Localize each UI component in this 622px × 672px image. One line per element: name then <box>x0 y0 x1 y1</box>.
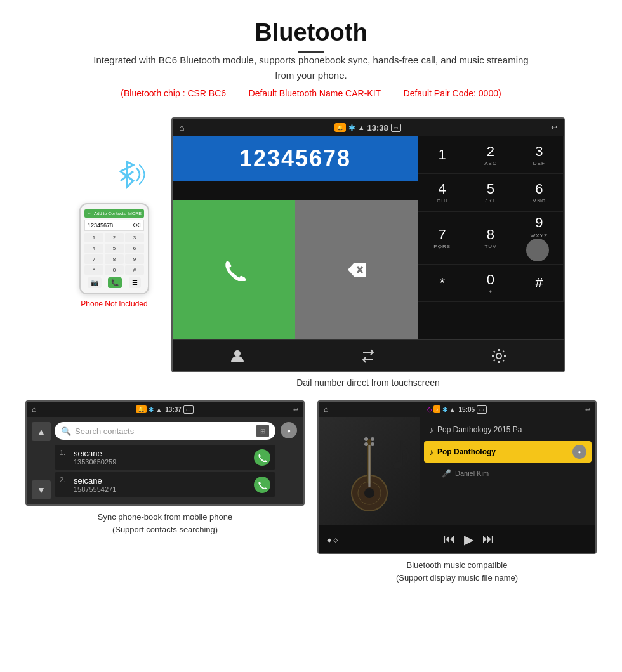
contacts-scroll-left: ▲ ▼ <box>32 422 51 499</box>
key-5[interactable]: 5JKL <box>466 174 515 211</box>
search-icon: 🔍 <box>61 426 71 436</box>
contacts-scroll-circle: ● <box>281 422 297 438</box>
phone-mock-number: 12345678⌫ <box>84 220 144 231</box>
main-area: ←Add to ContactsMORE 12345678⌫ 123 456 7… <box>0 111 622 394</box>
key-6[interactable]: 6MNO <box>515 174 564 211</box>
key-7[interactable]: 7PQRS <box>418 212 466 265</box>
contact-name-2: seicane <box>74 476 116 485</box>
call-contact-2-btn[interactable] <box>254 477 270 493</box>
track-item-1: ♪ Pop Danthology 2015 Pa <box>424 421 592 438</box>
key-0[interactable]: 0+ <box>466 265 515 302</box>
music-track-list: ♪ Pop Danthology 2015 Pa ♪ Pop Dantholog… <box>420 417 595 525</box>
contacts-status-icons: 🔔 ✱ ▲ 13:37 ▭ <box>136 405 193 414</box>
contacts-status-bar: ⌂ 🔔 ✱ ▲ 13:37 ▭ ↩ <box>27 402 303 417</box>
header-specs: (Bluetooth chip : CSR BC6 Default Blueto… <box>25 88 597 98</box>
dialer-name-bar <box>173 181 418 200</box>
contact-phone-1: 13530650259 <box>74 458 116 466</box>
music-time: 15:05 <box>459 406 475 413</box>
dialer-status-bar: ⌂ 🔔 ✱ ▲ 13:38 ▭ ↩ <box>173 119 564 136</box>
page-title: Bluetooth <box>25 19 597 46</box>
track-item-3: 🎤 Daniel Kim <box>437 465 592 482</box>
svg-point-7 <box>364 437 368 441</box>
dialer-bottom-nav <box>173 339 564 371</box>
music-status-icons: ◇ ♪ ✱ ▲ 15:05 ▭ <box>427 405 487 414</box>
scroll-up-btn[interactable]: ▲ <box>32 422 51 441</box>
spec-chip: (Bluetooth chip : CSR BC6 <box>121 88 226 98</box>
contact-item-2: 2. seicane 15875554271 <box>55 472 275 497</box>
contacts-scroll-right: ● <box>279 422 298 499</box>
track-artist: Daniel Kim <box>455 470 489 477</box>
key-3[interactable]: 3DEF <box>515 136 564 174</box>
contact-details-2: seicane 15875554271 <box>74 476 116 493</box>
dialer-number-display: 12345678 <box>173 136 418 181</box>
music-section: ⌂ ◇ ♪ ✱ ▲ 15:05 ▭ ↩ ♪ <box>317 400 597 584</box>
scroll-down-btn[interactable]: ▼ <box>32 480 51 499</box>
phone-mock-bottom-bar: 📷 📞 ☰ <box>84 277 144 288</box>
battery-icon: ▭ <box>391 124 401 132</box>
music-player-bar: ⬥⬦ ⏮ ▶ ⏭ <box>319 525 595 553</box>
svg-point-10 <box>371 442 374 446</box>
contact-num-1: 1. <box>60 449 70 456</box>
svg-point-2 <box>234 350 241 357</box>
contacts-caption: Sync phone-book from mobile phone (Suppo… <box>98 511 232 536</box>
contact-details-1: seicane 13530650259 <box>74 449 116 466</box>
key-8[interactable]: 8TUV <box>466 212 515 265</box>
contact-item-1: 1. seicane 13530650259 <box>55 445 275 470</box>
key-star[interactable]: * <box>418 265 466 302</box>
next-button[interactable]: ⏭ <box>482 532 494 546</box>
contact-info-1: 1. seicane 13530650259 <box>60 449 116 466</box>
nav-transfer[interactable] <box>303 340 434 371</box>
contacts-section: ⌂ 🔔 ✱ ▲ 13:37 ▭ ↩ ▲ ▼ <box>25 400 305 584</box>
home-icon: ⌂ <box>179 122 184 133</box>
play-button[interactable]: ▶ <box>464 532 473 547</box>
car-screen-dialer: ⌂ 🔔 ✱ ▲ 13:38 ▭ ↩ 12345678 <box>171 117 565 372</box>
contact-num-2: 2. <box>60 476 70 484</box>
contacts-body: ▲ ▼ 🔍 Search contacts ⊞ 1. <box>27 417 303 504</box>
dialer-action-buttons <box>173 200 418 339</box>
track-title-1: Pop Danthology 2015 Pa <box>437 425 586 434</box>
contact-info-2: 2. seicane 15875554271 <box>60 476 116 493</box>
track-note-3: 🎤 <box>442 469 451 478</box>
back-icon: ↩ <box>551 123 557 132</box>
contacts-screen: ⌂ 🔔 ✱ ▲ 13:37 ▭ ↩ ▲ ▼ <box>25 400 305 506</box>
key-hash[interactable]: # <box>515 265 564 302</box>
delete-button[interactable] <box>295 200 418 339</box>
dialer-area: 12345678 <box>173 136 564 339</box>
contacts-time: 13:37 <box>165 406 182 413</box>
prev-button[interactable]: ⏮ <box>444 532 455 546</box>
spec-name: Default Bluetooth Name CAR-KIT <box>249 88 381 98</box>
page-header: Bluetooth Integrated with BC6 Bluetooth … <box>0 0 622 111</box>
key-1[interactable]: 1 <box>418 136 466 174</box>
nav-contacts[interactable] <box>173 340 303 371</box>
music-status-bar: ⌂ ◇ ♪ ✱ ▲ 15:05 ▭ ↩ <box>319 402 595 417</box>
svg-point-8 <box>371 437 374 441</box>
music-caption: Bluetooth music compatible (Support disp… <box>396 559 518 584</box>
spec-code: Default Pair Code: 0000) <box>404 88 501 98</box>
contacts-back-icon: ↩ <box>293 406 298 413</box>
dialer-left-panel: 12345678 <box>173 136 418 339</box>
header-description: Integrated with BC6 Bluetooth module, su… <box>89 53 533 83</box>
track-title-2: Pop Danthology <box>437 447 569 456</box>
call-contact-1-btn[interactable] <box>254 449 270 466</box>
contacts-main: 🔍 Search contacts ⊞ 1. seicane 135306502… <box>55 422 275 499</box>
dialer-caption: Dail number direct from touchscreen <box>296 378 440 394</box>
contact-name-1: seicane <box>74 449 116 458</box>
call-button[interactable] <box>173 200 295 339</box>
key-4[interactable]: 4GHI <box>418 174 466 211</box>
eq-icon: ⬥⬦ <box>326 534 339 545</box>
music-body: ♪ <box>319 417 595 525</box>
bluetooth-icon: ✱ <box>348 123 355 133</box>
grid-view-icon[interactable]: ⊞ <box>256 425 269 437</box>
nav-settings[interactable] <box>433 340 564 371</box>
key-9-circle: 9 WXYZ <box>515 212 564 265</box>
phone-mockup: ←Add to ContactsMORE 12345678⌫ 123 456 7… <box>79 203 149 294</box>
search-bar: 🔍 Search contacts ⊞ <box>55 422 275 440</box>
svg-point-9 <box>364 442 368 446</box>
key-2[interactable]: 2ABC <box>466 136 515 174</box>
contacts-home-icon: ⌂ <box>32 405 36 414</box>
music-home-icon: ⌂ <box>324 405 328 414</box>
music-screen: ⌂ ◇ ♪ ✱ ▲ 15:05 ▭ ↩ ♪ <box>317 400 597 554</box>
status-icons: 🔔 ✱ ▲ 13:38 ▭ <box>334 123 401 133</box>
notification-icon: 🔔 <box>334 123 346 132</box>
phone-illustration: ←Add to ContactsMORE 12345678⌫ 123 456 7… <box>57 117 171 308</box>
